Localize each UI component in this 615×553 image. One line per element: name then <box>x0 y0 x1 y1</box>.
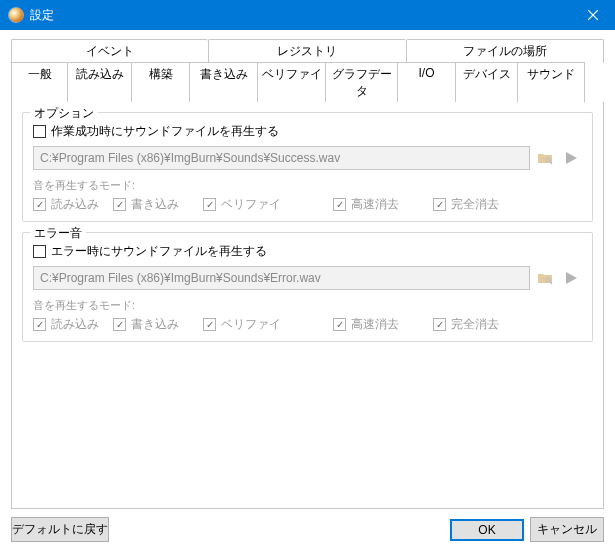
tab-7[interactable]: デバイス <box>455 62 517 103</box>
error-mode-label: 音を再生するモード: <box>33 298 582 313</box>
group-error-label: エラー音 <box>30 225 86 242</box>
tab-registry[interactable]: レジストリ <box>208 39 405 63</box>
ok-button[interactable]: OK <box>450 519 524 541</box>
titlebar: 設定 <box>0 0 615 30</box>
error-mode-4[interactable]: 完全消去 <box>433 316 499 333</box>
error-mode-label-4: 完全消去 <box>451 316 499 333</box>
success-mode-0[interactable]: 読み込み <box>33 196 113 213</box>
success-mode-3[interactable]: 高速消去 <box>333 196 433 213</box>
success-mode-checkbox-3[interactable] <box>333 198 346 211</box>
error-mode-label-0: 読み込み <box>51 316 99 333</box>
reset-button[interactable]: デフォルトに戻す <box>11 517 109 542</box>
success-mode-checkbox-4[interactable] <box>433 198 446 211</box>
tab-control: イベント レジストリ ファイルの場所 一般読み込み構築書き込みベリファイグラフデ… <box>11 39 604 103</box>
tab-1[interactable]: 読み込み <box>67 62 131 103</box>
browse-success-button[interactable] <box>534 147 556 169</box>
checkbox-play-success-label: 作業成功時にサウンドファイルを再生する <box>51 123 279 140</box>
error-mode-checkbox-1[interactable] <box>113 318 126 331</box>
group-options: オプション 作業成功時にサウンドファイルを再生する 音を再生するモード: 読み込… <box>22 112 593 222</box>
tab-5[interactable]: グラフデータ <box>325 62 397 103</box>
success-mode-4[interactable]: 完全消去 <box>433 196 499 213</box>
folder-search-icon <box>537 270 553 286</box>
play-error-button[interactable] <box>560 267 582 289</box>
error-mode-label-3: 高速消去 <box>351 316 399 333</box>
error-mode-checkbox-3[interactable] <box>333 318 346 331</box>
tab-events[interactable]: イベント <box>11 39 208 63</box>
success-mode-1[interactable]: 書き込み <box>113 196 203 213</box>
success-mode-label: 音を再生するモード: <box>33 178 582 193</box>
dialog-footer: デフォルトに戻す OK キャンセル <box>11 509 604 542</box>
error-mode-label-1: 書き込み <box>131 316 179 333</box>
success-sound-path[interactable] <box>33 146 530 170</box>
checkbox-play-error[interactable] <box>33 245 46 258</box>
error-mode-1[interactable]: 書き込み <box>113 316 203 333</box>
group-error: エラー音 エラー時にサウンドファイルを再生する 音を再生するモード: 読み込み書… <box>22 232 593 342</box>
play-icon <box>563 150 579 166</box>
error-sound-path[interactable] <box>33 266 530 290</box>
close-icon <box>588 10 598 20</box>
tab-6[interactable]: I/O <box>397 62 455 103</box>
error-mode-label-2: ベリファイ <box>221 316 281 333</box>
error-mode-2[interactable]: ベリファイ <box>203 316 333 333</box>
cancel-button[interactable]: キャンセル <box>530 517 604 542</box>
success-mode-checkbox-1[interactable] <box>113 198 126 211</box>
checkbox-play-success[interactable] <box>33 125 46 138</box>
success-mode-2[interactable]: ベリファイ <box>203 196 333 213</box>
browse-error-button[interactable] <box>534 267 556 289</box>
close-button[interactable] <box>570 0 615 30</box>
tab-file-locations[interactable]: ファイルの場所 <box>406 39 604 63</box>
tab-3[interactable]: 書き込み <box>189 62 257 103</box>
error-mode-checkbox-4[interactable] <box>433 318 446 331</box>
success-mode-label-2: ベリファイ <box>221 196 281 213</box>
play-icon <box>563 270 579 286</box>
success-mode-checkbox-2[interactable] <box>203 198 216 211</box>
tab-panel-sound: オプション 作業成功時にサウンドファイルを再生する 音を再生するモード: 読み込… <box>11 102 604 509</box>
group-options-label: オプション <box>30 105 98 122</box>
success-mode-label-4: 完全消去 <box>451 196 499 213</box>
window-title: 設定 <box>30 7 570 24</box>
svg-marker-4 <box>566 152 577 164</box>
error-mode-checkbox-2[interactable] <box>203 318 216 331</box>
folder-search-icon <box>537 150 553 166</box>
success-mode-checkbox-0[interactable] <box>33 198 46 211</box>
checkbox-play-error-label: エラー時にサウンドファイルを再生する <box>51 243 267 260</box>
error-mode-checkbox-0[interactable] <box>33 318 46 331</box>
error-mode-0[interactable]: 読み込み <box>33 316 113 333</box>
success-mode-label-0: 読み込み <box>51 196 99 213</box>
success-mode-label-1: 書き込み <box>131 196 179 213</box>
tab-0[interactable]: 一般 <box>11 62 67 103</box>
tab-4[interactable]: ベリファイ <box>257 62 325 103</box>
tab-2[interactable]: 構築 <box>131 62 189 103</box>
success-mode-label-3: 高速消去 <box>351 196 399 213</box>
play-success-button[interactable] <box>560 147 582 169</box>
app-icon <box>8 7 24 23</box>
svg-marker-7 <box>566 272 577 284</box>
tab-8[interactable]: サウンド <box>517 62 585 103</box>
error-mode-3[interactable]: 高速消去 <box>333 316 433 333</box>
